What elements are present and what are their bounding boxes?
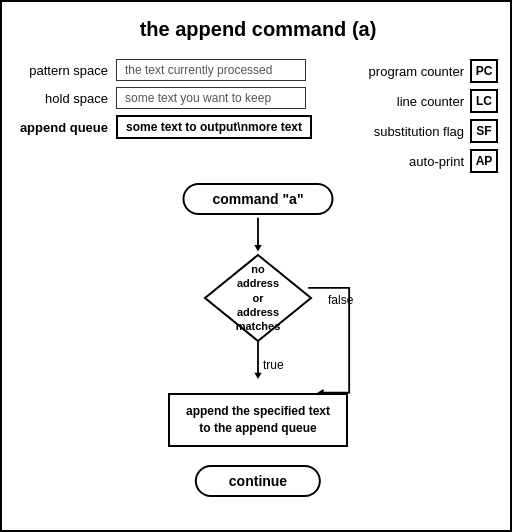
ap-label: auto-print xyxy=(409,154,464,169)
hold-space-box: some text you want to keep xyxy=(116,87,306,109)
left-registers: pattern space the text currently process… xyxy=(18,59,312,173)
ap-box: AP xyxy=(470,149,498,173)
hold-space-label: hold space xyxy=(18,91,108,106)
append-queue-label: append queue xyxy=(18,120,108,135)
append-queue-box: some text to output\nmore text xyxy=(116,115,312,139)
page-title: the append command (a) xyxy=(18,18,498,41)
svg-marker-3 xyxy=(254,373,261,379)
hold-space-row: hold space some text you want to keep xyxy=(18,87,312,109)
true-label: true xyxy=(263,358,284,372)
sf-box: SF xyxy=(470,119,498,143)
pattern-space-label: pattern space xyxy=(18,63,108,78)
pc-box: PC xyxy=(470,59,498,83)
continue-box: continue xyxy=(195,465,321,497)
sf-label: substitution flag xyxy=(374,124,464,139)
pc-row: program counter PC xyxy=(369,59,498,83)
registers-section: pattern space the text currently process… xyxy=(18,59,498,173)
diamond-shape xyxy=(203,253,313,343)
command-box: command "a" xyxy=(182,183,333,215)
false-label: false xyxy=(328,293,353,307)
pc-label: program counter xyxy=(369,64,464,79)
lc-row: line counter LC xyxy=(397,89,498,113)
diamond-container: no address or address matches xyxy=(203,253,313,343)
lc-box: LC xyxy=(470,89,498,113)
append-queue-row: append queue some text to output\nmore t… xyxy=(18,115,312,139)
page: the append command (a) pattern space the… xyxy=(2,2,512,532)
svg-marker-7 xyxy=(205,255,311,341)
svg-marker-1 xyxy=(254,245,261,251)
pattern-space-box: the text currently processed xyxy=(116,59,306,81)
flowchart: command "a" no address or address matche… xyxy=(108,183,408,493)
sf-row: substitution flag SF xyxy=(374,119,498,143)
lc-label: line counter xyxy=(397,94,464,109)
ap-row: auto-print AP xyxy=(409,149,498,173)
action-box: append the specified text to the append … xyxy=(168,393,348,447)
pattern-space-row: pattern space the text currently process… xyxy=(18,59,312,81)
right-registers: program counter PC line counter LC subst… xyxy=(369,59,498,173)
